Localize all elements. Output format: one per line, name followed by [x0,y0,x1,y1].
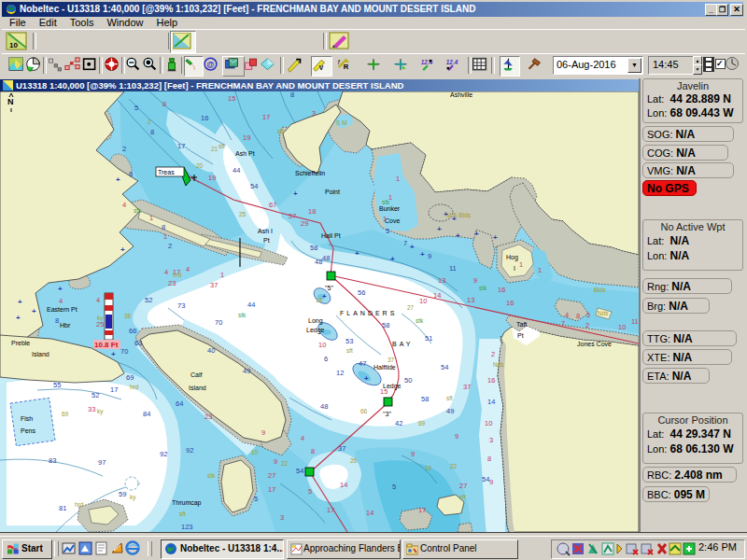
svg-text:Pens: Pens [21,427,35,434]
svg-text:Ash Pt: Ash Pt [235,150,255,157]
svg-text:stk: stk [207,472,216,479]
svg-text:"3": "3" [383,411,391,417]
svg-text:22: 22 [450,463,458,469]
svg-text:Island: Island [189,385,206,391]
svg-text:10: 10 [485,419,492,427]
svg-text:+: + [420,250,425,259]
svg-text:Pt: Pt [263,237,270,244]
svg-text:7: 7 [403,239,407,247]
svg-text:40: 40 [207,346,215,355]
svg-text:Pt: Pt [517,332,524,339]
svg-text:+: + [16,314,21,322]
svg-text:37: 37 [388,357,395,363]
svg-text:4: 4 [122,201,126,209]
svg-text:37: 37 [338,444,345,453]
svg-text:16: 16 [506,299,514,307]
svg-text:51: 51 [425,334,432,343]
svg-text:+: + [120,245,125,254]
svg-text:37: 37 [463,383,471,391]
svg-text:sft: sft [277,128,284,134]
svg-text:4: 4 [301,434,304,442]
svg-text:17: 17 [327,506,334,514]
svg-text:5: 5 [308,487,312,496]
svg-text:54: 54 [296,467,303,475]
svg-text:4: 4 [59,297,63,305]
svg-text:Hog: Hog [506,254,518,261]
svg-text:9: 9 [261,428,265,437]
svg-text:23: 23 [204,413,212,421]
svg-text:5: 5 [134,104,138,112]
svg-text:69: 69 [418,420,426,427]
svg-text:sft: sft [446,395,453,401]
svg-text:Eastern Pt: Eastern Pt [47,306,78,313]
svg-text:52: 52 [92,391,99,399]
svg-text:11: 11 [449,264,457,273]
svg-text:+: + [58,285,63,293]
svg-text:64: 64 [176,399,183,408]
svg-text:3: 3 [312,109,316,118]
svg-text:Preble: Preble [11,340,30,346]
svg-text:stk: stk [134,207,142,214]
svg-text:S M: S M [336,119,347,126]
svg-text:44: 44 [233,166,240,175]
svg-text:13: 13 [467,296,474,304]
svg-text:@: @ [206,60,214,69]
svg-text:16: 16 [498,286,505,294]
svg-text:N: N [7,97,14,106]
svg-text:2: 2 [168,242,172,250]
svg-text:57: 57 [289,212,296,220]
svg-text:44: 44 [247,301,255,309]
svg-text:13: 13 [438,276,445,285]
svg-text:Taft: Taft [516,321,527,328]
svg-text:1: 1 [383,215,387,223]
svg-text:+: + [493,233,498,242]
svg-text:9: 9 [489,478,493,486]
svg-text:Fish: Fish [21,415,33,422]
svg-text:49: 49 [446,407,454,415]
svg-text:67: 67 [269,201,276,209]
svg-text:58: 58 [421,395,429,403]
svg-text:4: 4 [565,311,569,319]
svg-text:sft: sft [218,143,225,149]
svg-text:Hbr: Hbr [60,322,71,329]
svg-text:37: 37 [210,281,218,289]
svg-text:1: 1 [220,271,224,279]
svg-text:M & Blds: M & Blds [446,212,472,218]
svg-text:+: + [364,374,369,383]
svg-text:hrd: hrd [75,501,84,508]
svg-text:69: 69 [62,411,69,417]
svg-text:73: 73 [177,301,185,310]
svg-text:V: V [319,64,324,71]
svg-text:Blds: Blds [594,287,606,293]
svg-text:23: 23 [168,279,176,287]
svg-text:Schieffelin: Schieffelin [295,170,325,176]
svg-text:63: 63 [134,339,142,347]
svg-text:ky: ky [97,315,104,322]
svg-text:81: 81 [59,504,66,512]
svg-text:8: 8 [487,455,491,463]
svg-text:50: 50 [404,376,412,385]
svg-text:10: 10 [419,297,427,305]
svg-text:5: 5 [254,495,258,503]
svg-text:9: 9 [428,252,431,260]
svg-text:55: 55 [53,381,61,389]
svg-text:10: 10 [9,41,18,49]
svg-text:Island: Island [32,351,49,357]
svg-text:2: 2 [491,350,495,358]
svg-text:2: 2 [148,119,151,125]
svg-text:Ash I: Ash I [258,228,273,234]
svg-text:58: 58 [382,321,389,329]
svg-text:R: R [344,63,349,71]
svg-text:8: 8 [576,312,580,320]
svg-text:10: 10 [618,323,626,331]
svg-text:6: 6 [129,170,133,178]
svg-text:Cove: Cove [385,217,400,224]
svg-text:27: 27 [459,482,467,490]
svg-text:Bunker: Bunker [379,205,401,212]
svg-text:18: 18 [308,207,316,216]
svg-text:15: 15 [380,387,388,396]
svg-text:+: + [444,210,448,218]
svg-text:10: 10 [318,341,326,349]
svg-text:19: 19 [243,133,250,142]
svg-text:84: 84 [143,410,150,418]
